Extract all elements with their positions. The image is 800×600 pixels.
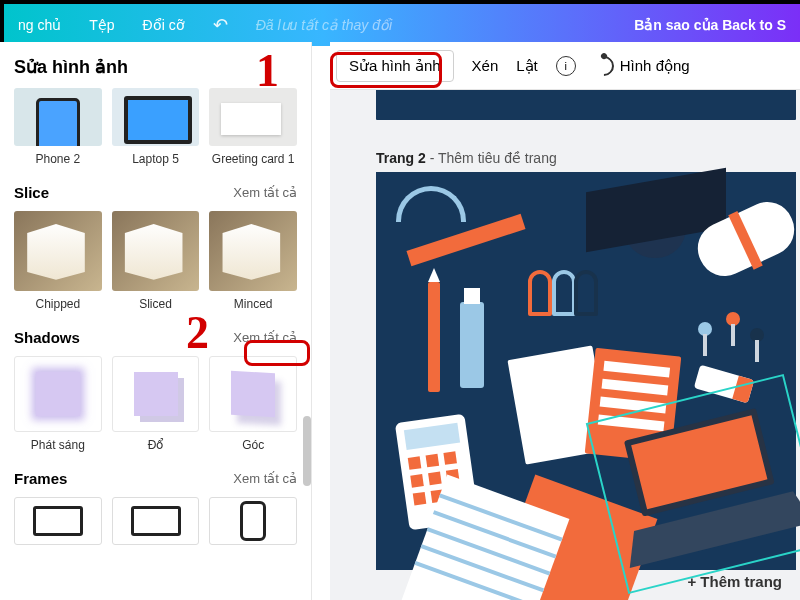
annotation-number-2: 2 xyxy=(186,306,209,359)
pushpin-graphic[interactable] xyxy=(726,312,740,326)
undo-icon[interactable]: ↶ xyxy=(213,14,228,36)
panel-title: Sửa hình ảnh xyxy=(14,42,297,88)
page-1-strip[interactable] xyxy=(376,90,796,120)
animate-icon xyxy=(590,51,618,79)
pushpin-graphic[interactable] xyxy=(750,328,764,342)
paperclip-graphic[interactable] xyxy=(552,270,576,316)
mockup-phone[interactable]: Phone 2 xyxy=(14,88,102,166)
slice-row: Chipped Sliced Minced xyxy=(14,211,297,311)
mockup-greeting-card[interactable]: Greeting card 1 xyxy=(209,88,297,166)
page-2-header[interactable]: Trang 2 - Thêm tiêu đề trang xyxy=(376,150,557,166)
frames-section-header: Frames Xem tất cả xyxy=(14,470,297,487)
top-menu-bar: ng chủ Tệp Đổi cỡ ↶ Đã lưu tất cả thay đ… xyxy=(4,4,800,46)
home-menu[interactable]: ng chủ xyxy=(18,17,61,33)
save-status: Đã lưu tất cả thay đổi xyxy=(256,17,392,33)
panel-scrollbar[interactable] xyxy=(303,416,311,486)
slice-minced[interactable]: Minced xyxy=(209,211,297,311)
frame-phone[interactable] xyxy=(209,497,297,545)
mockups-row: Phone 2 Laptop 5 Greeting card 1 xyxy=(14,88,297,166)
document-title[interactable]: Bản sao của Back to S xyxy=(634,17,786,33)
canvas-area[interactable]: Trang 2 - Thêm tiêu đề trang + Thêm tran… xyxy=(330,90,800,600)
mockup-label: Laptop 5 xyxy=(112,152,200,166)
frame-rect-2[interactable] xyxy=(112,497,200,545)
shadow-angle[interactable]: Góc xyxy=(209,356,297,452)
animate-button[interactable]: Hình động xyxy=(594,56,690,76)
file-menu[interactable]: Tệp xyxy=(89,17,114,33)
slice-title: Slice xyxy=(14,184,49,201)
shadows-title: Shadows xyxy=(14,329,80,346)
animate-label: Hình động xyxy=(620,57,690,75)
flip-button[interactable]: Lật xyxy=(516,57,538,75)
mockup-laptop[interactable]: Laptop 5 xyxy=(112,88,200,166)
protractor-graphic[interactable] xyxy=(396,186,466,222)
mockup-label: Greeting card 1 xyxy=(209,152,297,166)
page-2-canvas[interactable] xyxy=(376,172,796,570)
slice-see-all[interactable]: Xem tất cả xyxy=(233,185,297,200)
pushpin-graphic[interactable] xyxy=(698,322,712,336)
shadow-drop[interactable]: Đổ xyxy=(112,356,200,452)
annotation-number-1: 1 xyxy=(256,44,279,97)
shadows-row: Phát sáng Đổ Góc xyxy=(14,356,297,452)
edit-image-panel: Sửa hình ảnh Phone 2 Laptop 5 Greeting c… xyxy=(2,42,312,600)
highlighter-graphic[interactable] xyxy=(460,302,484,388)
slice-chipped[interactable]: Chipped xyxy=(14,211,102,311)
frames-see-all[interactable]: Xem tất cả xyxy=(233,471,297,486)
shadow-label: Đổ xyxy=(112,438,200,452)
annotation-box-1 xyxy=(330,52,442,88)
pencil-graphic[interactable] xyxy=(428,282,440,392)
frame-rect-1[interactable] xyxy=(14,497,102,545)
frames-row xyxy=(14,497,297,545)
slice-label: Chipped xyxy=(14,297,102,311)
crop-button[interactable]: Xén xyxy=(472,57,499,74)
info-icon[interactable]: i xyxy=(556,56,576,76)
add-page-button[interactable]: + Thêm trang xyxy=(687,573,782,590)
paperclip-graphic[interactable] xyxy=(574,270,598,316)
shadow-label: Phát sáng xyxy=(14,438,102,452)
slice-section-header: Slice Xem tất cả xyxy=(14,184,297,201)
shadow-glow[interactable]: Phát sáng xyxy=(14,356,102,452)
resize-menu[interactable]: Đổi cỡ xyxy=(143,17,185,33)
paperclip-graphic[interactable] xyxy=(528,270,552,316)
slice-label: Minced xyxy=(209,297,297,311)
frames-title: Frames xyxy=(14,470,67,487)
mockup-label: Phone 2 xyxy=(14,152,102,166)
annotation-box-2 xyxy=(244,340,310,366)
slice-sliced[interactable]: Sliced xyxy=(112,211,200,311)
shadow-label: Góc xyxy=(209,438,297,452)
